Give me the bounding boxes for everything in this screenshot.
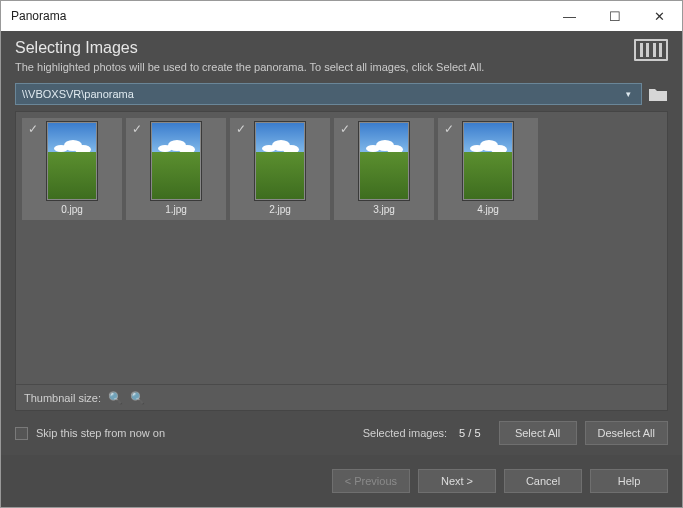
thumbnail-footer: Thumbnail size: 🔍 🔍 [16, 384, 667, 410]
zoom-out-icon[interactable]: 🔍 [129, 391, 145, 405]
thumbnail-item[interactable]: ✓3.jpg [334, 118, 434, 220]
skip-checkbox[interactable] [15, 427, 28, 440]
page-subtitle: The highlighted photos will be used to c… [15, 61, 484, 73]
zoom-in-icon[interactable]: 🔍 [107, 391, 123, 405]
help-button[interactable]: Help [590, 469, 668, 493]
image-panel: ✓0.jpg✓1.jpg✓2.jpg✓3.jpg✓4.jpg Thumbnail… [15, 111, 668, 411]
check-icon: ✓ [132, 122, 142, 136]
wizard-footer: < Previous Next > Cancel Help [1, 455, 682, 507]
check-icon: ✓ [28, 122, 38, 136]
options-row: Skip this step from now on Selected imag… [1, 411, 682, 455]
thumbnail-filename: 3.jpg [373, 204, 395, 215]
chevron-down-icon[interactable]: ▾ [621, 87, 635, 101]
previous-button: < Previous [332, 469, 410, 493]
selected-images-label: Selected images: [363, 427, 447, 439]
panorama-icon [634, 39, 668, 61]
folder-path-text: \\VBOXSVR\panorama [22, 88, 134, 100]
thumbnail-filename: 1.jpg [165, 204, 187, 215]
thumbnail-item[interactable]: ✓4.jpg [438, 118, 538, 220]
thumbnail-filename: 4.jpg [477, 204, 499, 215]
thumbnail-image [463, 122, 513, 200]
window-title: Panorama [11, 9, 66, 23]
wizard-header: Selecting Images The highlighted photos … [1, 31, 682, 83]
minimize-button[interactable]: — [547, 1, 592, 31]
check-icon: ✓ [444, 122, 454, 136]
maximize-button[interactable]: ☐ [592, 1, 637, 31]
thumbnail-filename: 0.jpg [61, 204, 83, 215]
thumbnail-image [151, 122, 201, 200]
thumbnail-grid: ✓0.jpg✓1.jpg✓2.jpg✓3.jpg✓4.jpg [16, 112, 667, 384]
check-icon: ✓ [236, 122, 246, 136]
titlebar: Panorama — ☐ ✕ [1, 1, 682, 31]
browse-folder-button[interactable] [648, 86, 668, 102]
page-title: Selecting Images [15, 39, 484, 57]
thumbnail-image [359, 122, 409, 200]
skip-label: Skip this step from now on [36, 427, 165, 439]
next-button[interactable]: Next > [418, 469, 496, 493]
path-row: \\VBOXSVR\panorama ▾ [1, 83, 682, 111]
deselect-all-button[interactable]: Deselect All [585, 421, 668, 445]
cancel-button[interactable]: Cancel [504, 469, 582, 493]
thumbnail-size-label: Thumbnail size: [24, 392, 101, 404]
thumbnail-image [255, 122, 305, 200]
thumbnail-filename: 2.jpg [269, 204, 291, 215]
select-all-button[interactable]: Select All [499, 421, 577, 445]
close-button[interactable]: ✕ [637, 1, 682, 31]
thumbnail-item[interactable]: ✓1.jpg [126, 118, 226, 220]
selected-images-count: 5 / 5 [459, 427, 480, 439]
thumbnail-item[interactable]: ✓2.jpg [230, 118, 330, 220]
panorama-window: Panorama — ☐ ✕ Selecting Images The high… [0, 0, 683, 508]
thumbnail-item[interactable]: ✓0.jpg [22, 118, 122, 220]
thumbnail-image [47, 122, 97, 200]
check-icon: ✓ [340, 122, 350, 136]
folder-path-input[interactable]: \\VBOXSVR\panorama ▾ [15, 83, 642, 105]
